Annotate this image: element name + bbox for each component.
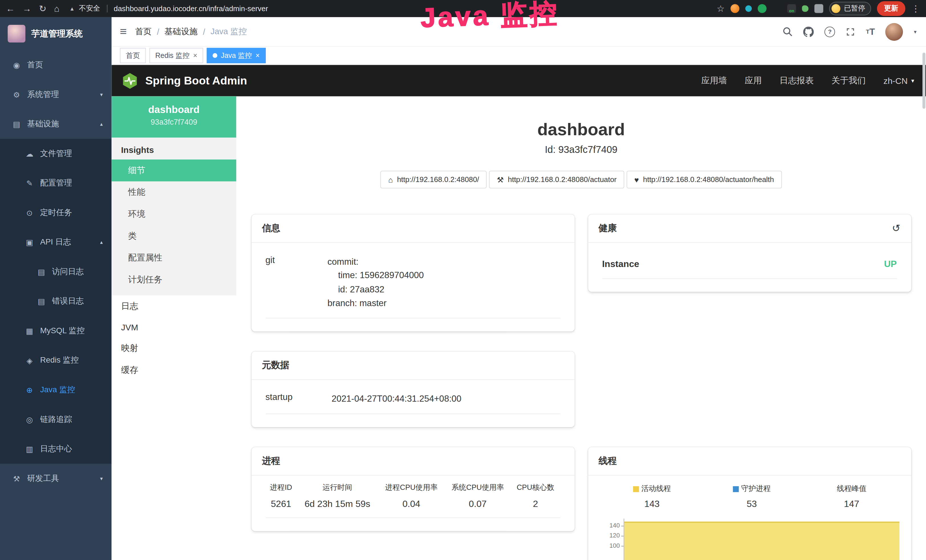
chevron-down-icon: ▾: [100, 475, 103, 481]
user-avatar[interactable]: [885, 23, 903, 41]
sba-nav-journal[interactable]: 日志报表: [779, 75, 814, 86]
sidebar-item-access-log[interactable]: ▤ 访问日志: [0, 257, 112, 287]
screen: ← → ↻ ⌂ ▲ 不安全 dashboard.yudao.iocoder.cn…: [0, 0, 926, 560]
address-divider: [107, 5, 107, 12]
sba-body: dashboard 93a3fc7f7409 Insights 细节 性能 环境…: [112, 97, 926, 560]
sidebar-item-system[interactable]: ⚙ 系统管理 ▾: [0, 80, 112, 109]
sidebar-item-mysql[interactable]: ▦ MySQL 监控: [0, 316, 112, 346]
bookmark-star-icon[interactable]: ☆: [717, 4, 725, 13]
github-icon[interactable]: [803, 26, 814, 37]
sidebar-item-home[interactable]: ◉ 首页: [0, 50, 112, 80]
tab-home[interactable]: 首页: [120, 48, 146, 64]
extension-grid-icon[interactable]: [773, 4, 781, 13]
close-icon[interactable]: ×: [193, 52, 197, 59]
breadcrumb-current: Java 监控: [210, 26, 247, 37]
history-icon[interactable]: ↺: [892, 222, 900, 235]
sidebar-item-config[interactable]: ✎ 配置管理: [0, 168, 112, 198]
sba-logo-icon: [121, 72, 139, 89]
hamburger-icon[interactable]: ≡: [112, 25, 135, 38]
active-dot-icon: [213, 53, 218, 58]
scrollbar[interactable]: [923, 53, 925, 109]
browser-home-icon[interactable]: ⌂: [54, 4, 60, 13]
sba-nav-wall[interactable]: 应用墙: [701, 75, 727, 86]
address-bar[interactable]: ▲ 不安全 dashboard.yudao.iocoder.cn/infra/a…: [70, 3, 709, 14]
sidebar-item-redis[interactable]: ◈ Redis 监控: [0, 345, 112, 375]
chart-y-axis: 140 120 100: [602, 519, 623, 560]
sidebar-item-infra[interactable]: ▤ 基础设施 ▴: [0, 109, 112, 139]
home-icon: ⌂: [388, 175, 393, 184]
help-icon[interactable]: ?: [825, 26, 835, 37]
sidebar-item-job[interactable]: ⊙ 定时任务: [0, 198, 112, 228]
sba-sidebar: dashboard 93a3fc7f7409 Insights 细节 性能 环境…: [112, 97, 236, 560]
url-text: dashboard.yudao.iocoder.cn/infra/admin-s…: [114, 5, 268, 13]
sidebar-item-dev-tools[interactable]: ⚒ 研发工具 ▾: [0, 464, 112, 493]
legend-swatch-icon: [633, 486, 639, 492]
avatar-caret-icon[interactable]: ▾: [914, 29, 916, 35]
process-table: 进程ID 运行时间 进程CPU使用率 系统CPU使用率 CPU核心数: [265, 478, 560, 518]
heartbeat-icon: ♥: [634, 175, 639, 184]
sba-item-classes[interactable]: 类: [112, 225, 236, 247]
extension-icon[interactable]: [758, 4, 767, 13]
sba-item-caches[interactable]: 缓存: [112, 359, 236, 381]
sidebar-item-trace[interactable]: ◎ 链路追踪: [0, 404, 112, 434]
update-button[interactable]: 更新: [877, 1, 905, 16]
breadcrumb-home[interactable]: 首页: [135, 26, 152, 37]
sba-brand[interactable]: Spring Boot Admin: [121, 72, 247, 89]
process-value: 2: [511, 495, 560, 518]
search-icon[interactable]: [782, 27, 793, 36]
threads-card: 线程 活动线程 143 守护进程: [588, 447, 911, 560]
forward-icon[interactable]: →: [23, 4, 31, 13]
font-size-icon[interactable]: TT: [866, 27, 875, 36]
sba-item-scheduled-tasks[interactable]: 计划任务: [112, 269, 236, 291]
actuator-url-button[interactable]: ⚒ http://192.168.0.2:48080/actuator: [489, 171, 624, 188]
extension-icon[interactable]: [745, 5, 752, 12]
process-col-header: 系统CPU使用率: [445, 478, 511, 495]
sba-item-config-props[interactable]: 配置属性: [112, 247, 236, 269]
app-title: 芋道管理系统: [31, 28, 83, 39]
extensions-puzzle-icon[interactable]: [814, 4, 823, 13]
close-icon[interactable]: ×: [256, 52, 260, 59]
sidebar-item-api-log[interactable]: ▣ API 日志 ▴: [0, 227, 112, 257]
sba-item-jvm[interactable]: JVM: [112, 317, 236, 337]
browser-menu-icon[interactable]: ⋮: [911, 4, 920, 13]
app-logo[interactable]: 芋道管理系统: [0, 17, 112, 50]
extension-on-icon[interactable]: on: [787, 4, 796, 13]
process-value: 6d 23h 15m 59s: [297, 495, 378, 518]
fullscreen-icon[interactable]: [846, 27, 855, 36]
sba-nav-about[interactable]: 关于我们: [831, 75, 865, 86]
process-value: 0.04: [378, 495, 445, 518]
profile-paused-badge[interactable]: 已暂停: [829, 2, 871, 15]
back-icon[interactable]: ←: [6, 4, 15, 13]
metadata-value: 2021-04-27T00:44:31.254+08:00: [332, 392, 461, 406]
locale-selector[interactable]: zh-CN ▾: [884, 76, 914, 85]
admin-sidebar: 芋道管理系统 ◉ 首页 ⚙ 系统管理 ▾ ▤ 基础设施 ▴: [0, 17, 112, 560]
chart-plot-area: [623, 519, 899, 560]
breadcrumb-infra[interactable]: 基础设施: [165, 26, 198, 37]
process-value: 5261: [265, 495, 297, 518]
monitor-icon: ▦: [25, 326, 34, 335]
sidebar-item-java[interactable]: ⊕ Java 监控: [0, 375, 112, 405]
sba-nav-applications[interactable]: 应用: [744, 75, 762, 86]
page-title: dashboard: [236, 120, 926, 139]
sba-item-environment[interactable]: 环境: [112, 203, 236, 225]
health-url-button[interactable]: ♥ http://192.168.0.2:48080/actuator/heal…: [626, 171, 781, 188]
sba-instance-header[interactable]: dashboard 93a3fc7f7409: [112, 97, 236, 138]
sba-item-details[interactable]: 细节: [112, 159, 236, 182]
infra-submenu: ☁ 文件管理 ✎ 配置管理 ⊙ 定时任务 ▣ API 日志 ▴: [0, 139, 112, 464]
refresh-icon[interactable]: ↻: [39, 4, 47, 13]
admin-app: 芋道管理系统 ◉ 首页 ⚙ 系统管理 ▾ ▤ 基础设施 ▴: [0, 17, 926, 560]
health-card-title: 健康: [599, 222, 617, 235]
extension-icon[interactable]: [731, 4, 740, 13]
extension-icon[interactable]: [802, 5, 808, 12]
tab-redis-monitor[interactable]: Redis 监控 ×: [150, 48, 203, 64]
tab-java-monitor[interactable]: Java 监控 ×: [207, 48, 265, 64]
sidebar-item-log-center[interactable]: ▥ 日志中心: [0, 434, 112, 464]
sba-item-logs[interactable]: 日志: [112, 295, 236, 317]
sba-item-mappings[interactable]: 映射: [112, 337, 236, 359]
sba-item-metrics[interactable]: 性能: [112, 182, 236, 203]
paused-label: 已暂停: [844, 3, 865, 14]
service-url-button[interactable]: ⌂ http://192.168.0.2:48080/: [380, 171, 487, 188]
sidebar-item-file[interactable]: ☁ 文件管理: [0, 139, 112, 169]
legend-swatch-icon: [733, 486, 739, 492]
sidebar-item-error-log[interactable]: ▤ 错误日志: [0, 286, 112, 316]
